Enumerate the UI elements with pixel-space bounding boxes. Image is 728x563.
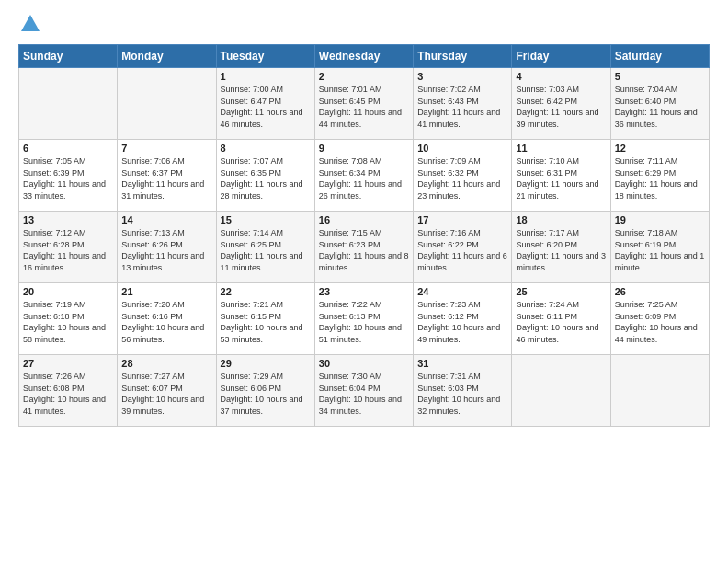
- weekday-header: Thursday: [414, 45, 512, 68]
- calendar-cell: 21Sunrise: 7:20 AM Sunset: 6:16 PM Dayli…: [118, 283, 216, 355]
- day-info: Sunrise: 7:14 AM Sunset: 6:25 PM Dayligh…: [221, 227, 311, 273]
- calendar-week-row: 1Sunrise: 7:00 AM Sunset: 6:47 PM Daylig…: [19, 68, 710, 140]
- day-number: 9: [319, 143, 409, 154]
- day-info: Sunrise: 7:27 AM Sunset: 6:07 PM Dayligh…: [121, 371, 211, 417]
- day-info: Sunrise: 7:12 AM Sunset: 6:28 PM Dayligh…: [23, 227, 113, 273]
- day-info: Sunrise: 7:19 AM Sunset: 6:18 PM Dayligh…: [23, 299, 113, 345]
- calendar-cell: 29Sunrise: 7:29 AM Sunset: 6:06 PM Dayli…: [216, 355, 314, 427]
- calendar-cell: 15Sunrise: 7:14 AM Sunset: 6:25 PM Dayli…: [216, 212, 314, 283]
- calendar-cell: [118, 68, 216, 140]
- calendar-cell: [512, 355, 610, 427]
- day-number: 18: [516, 214, 606, 225]
- day-info: Sunrise: 7:16 AM Sunset: 6:22 PM Dayligh…: [417, 227, 507, 273]
- day-info: Sunrise: 7:15 AM Sunset: 6:23 PM Dayligh…: [319, 227, 409, 273]
- day-number: 5: [615, 71, 705, 82]
- calendar-cell: 31Sunrise: 7:31 AM Sunset: 6:03 PM Dayli…: [414, 355, 512, 427]
- day-number: 2: [319, 71, 409, 82]
- calendar-cell: 12Sunrise: 7:11 AM Sunset: 6:29 PM Dayli…: [610, 140, 709, 212]
- day-info: Sunrise: 7:07 AM Sunset: 6:35 PM Dayligh…: [221, 155, 311, 201]
- day-info: Sunrise: 7:04 AM Sunset: 6:40 PM Dayligh…: [615, 84, 705, 130]
- calendar-cell: 2Sunrise: 7:01 AM Sunset: 6:45 PM Daylig…: [314, 68, 413, 140]
- logo-icon: [21, 15, 40, 31]
- weekday-header: Wednesday: [314, 45, 413, 68]
- day-number: 31: [417, 358, 507, 369]
- day-info: Sunrise: 7:31 AM Sunset: 6:03 PM Dayligh…: [417, 371, 507, 417]
- day-number: 8: [221, 143, 311, 154]
- calendar-cell: 1Sunrise: 7:00 AM Sunset: 6:47 PM Daylig…: [216, 68, 314, 140]
- day-info: Sunrise: 7:25 AM Sunset: 6:09 PM Dayligh…: [615, 299, 705, 345]
- calendar-cell: [610, 355, 709, 427]
- day-number: 14: [121, 214, 211, 225]
- day-number: 27: [23, 358, 113, 369]
- svg-marker-0: [21, 15, 40, 31]
- weekday-header: Friday: [512, 45, 610, 68]
- calendar-cell: 17Sunrise: 7:16 AM Sunset: 6:22 PM Dayli…: [414, 212, 512, 283]
- day-info: Sunrise: 7:05 AM Sunset: 6:39 PM Dayligh…: [23, 155, 113, 201]
- calendar-table: SundayMondayTuesdayWednesdayThursdayFrid…: [18, 44, 710, 427]
- day-info: Sunrise: 7:09 AM Sunset: 6:32 PM Dayligh…: [417, 155, 507, 201]
- day-number: 7: [121, 143, 211, 154]
- calendar-cell: 11Sunrise: 7:10 AM Sunset: 6:31 PM Dayli…: [512, 140, 610, 212]
- calendar-cell: 27Sunrise: 7:26 AM Sunset: 6:08 PM Dayli…: [19, 355, 118, 427]
- day-number: 1: [221, 71, 311, 82]
- day-info: Sunrise: 7:30 AM Sunset: 6:04 PM Dayligh…: [319, 371, 409, 417]
- day-info: Sunrise: 7:29 AM Sunset: 6:06 PM Dayligh…: [221, 371, 311, 417]
- page-container: SundayMondayTuesdayWednesdayThursdayFrid…: [0, 0, 728, 436]
- calendar-cell: 5Sunrise: 7:04 AM Sunset: 6:40 PM Daylig…: [610, 68, 709, 140]
- calendar-cell: 14Sunrise: 7:13 AM Sunset: 6:26 PM Dayli…: [118, 212, 216, 283]
- calendar-cell: 24Sunrise: 7:23 AM Sunset: 6:12 PM Dayli…: [414, 283, 512, 355]
- day-number: 10: [417, 143, 507, 154]
- day-info: Sunrise: 7:23 AM Sunset: 6:12 PM Dayligh…: [417, 299, 507, 345]
- calendar-cell: 13Sunrise: 7:12 AM Sunset: 6:28 PM Dayli…: [19, 212, 118, 283]
- day-info: Sunrise: 7:26 AM Sunset: 6:08 PM Dayligh…: [23, 371, 113, 417]
- calendar-cell: 3Sunrise: 7:02 AM Sunset: 6:43 PM Daylig…: [414, 68, 512, 140]
- day-number: 4: [516, 71, 606, 82]
- day-number: 21: [121, 286, 211, 297]
- day-number: 12: [615, 143, 705, 154]
- day-number: 23: [319, 286, 409, 297]
- calendar-week-row: 6Sunrise: 7:05 AM Sunset: 6:39 PM Daylig…: [19, 140, 710, 212]
- day-number: 28: [121, 358, 211, 369]
- calendar-cell: [19, 68, 118, 140]
- day-number: 30: [319, 358, 409, 369]
- calendar-cell: 23Sunrise: 7:22 AM Sunset: 6:13 PM Dayli…: [314, 283, 413, 355]
- day-number: 16: [319, 214, 409, 225]
- calendar-week-row: 13Sunrise: 7:12 AM Sunset: 6:28 PM Dayli…: [19, 212, 710, 283]
- day-number: 13: [23, 214, 113, 225]
- weekday-header: Monday: [118, 45, 216, 68]
- weekday-header: Sunday: [19, 45, 118, 68]
- weekday-header: Tuesday: [216, 45, 314, 68]
- calendar-cell: 30Sunrise: 7:30 AM Sunset: 6:04 PM Dayli…: [314, 355, 413, 427]
- day-number: 6: [23, 143, 113, 154]
- day-info: Sunrise: 7:01 AM Sunset: 6:45 PM Dayligh…: [319, 84, 409, 130]
- weekday-header: Saturday: [610, 45, 709, 68]
- day-info: Sunrise: 7:20 AM Sunset: 6:16 PM Dayligh…: [121, 299, 211, 345]
- calendar-cell: 20Sunrise: 7:19 AM Sunset: 6:18 PM Dayli…: [19, 283, 118, 355]
- calendar-cell: 19Sunrise: 7:18 AM Sunset: 6:19 PM Dayli…: [610, 212, 709, 283]
- day-info: Sunrise: 7:17 AM Sunset: 6:20 PM Dayligh…: [516, 227, 606, 273]
- day-number: 24: [417, 286, 507, 297]
- logo: [18, 15, 40, 35]
- day-number: 29: [221, 358, 311, 369]
- day-info: Sunrise: 7:03 AM Sunset: 6:42 PM Dayligh…: [516, 84, 606, 130]
- calendar-cell: 9Sunrise: 7:08 AM Sunset: 6:34 PM Daylig…: [314, 140, 413, 212]
- calendar-cell: 18Sunrise: 7:17 AM Sunset: 6:20 PM Dayli…: [512, 212, 610, 283]
- day-info: Sunrise: 7:22 AM Sunset: 6:13 PM Dayligh…: [319, 299, 409, 345]
- day-info: Sunrise: 7:24 AM Sunset: 6:11 PM Dayligh…: [516, 299, 606, 345]
- day-number: 20: [23, 286, 113, 297]
- header: [18, 15, 710, 35]
- day-number: 22: [221, 286, 311, 297]
- calendar-cell: 8Sunrise: 7:07 AM Sunset: 6:35 PM Daylig…: [216, 140, 314, 212]
- calendar-cell: 4Sunrise: 7:03 AM Sunset: 6:42 PM Daylig…: [512, 68, 610, 140]
- day-info: Sunrise: 7:18 AM Sunset: 6:19 PM Dayligh…: [615, 227, 705, 273]
- calendar-cell: 26Sunrise: 7:25 AM Sunset: 6:09 PM Dayli…: [610, 283, 709, 355]
- day-info: Sunrise: 7:11 AM Sunset: 6:29 PM Dayligh…: [615, 155, 705, 201]
- calendar-cell: 22Sunrise: 7:21 AM Sunset: 6:15 PM Dayli…: [216, 283, 314, 355]
- day-info: Sunrise: 7:10 AM Sunset: 6:31 PM Dayligh…: [516, 155, 606, 201]
- day-info: Sunrise: 7:06 AM Sunset: 6:37 PM Dayligh…: [121, 155, 211, 201]
- day-info: Sunrise: 7:02 AM Sunset: 6:43 PM Dayligh…: [417, 84, 507, 130]
- day-info: Sunrise: 7:00 AM Sunset: 6:47 PM Dayligh…: [221, 84, 311, 130]
- day-info: Sunrise: 7:21 AM Sunset: 6:15 PM Dayligh…: [221, 299, 311, 345]
- calendar-header-row: SundayMondayTuesdayWednesdayThursdayFrid…: [19, 45, 710, 68]
- calendar-week-row: 20Sunrise: 7:19 AM Sunset: 6:18 PM Dayli…: [19, 283, 710, 355]
